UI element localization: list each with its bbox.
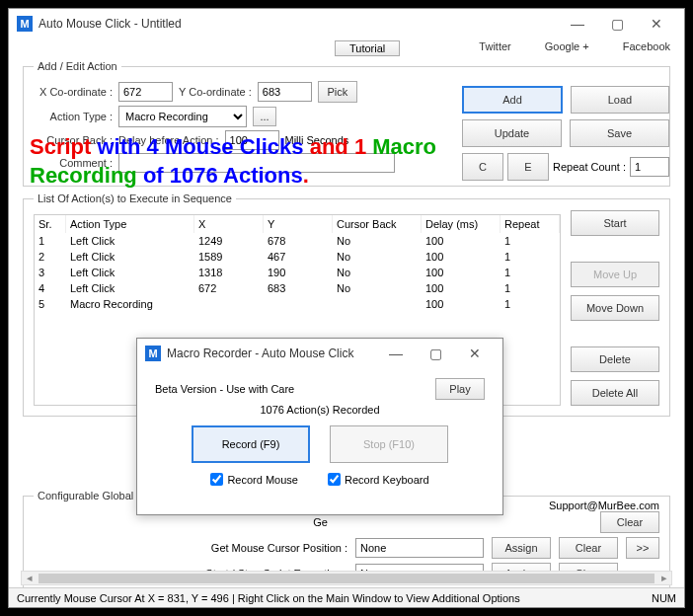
assign-button-2[interactable]: Assign (492, 537, 551, 559)
delay-input[interactable] (225, 130, 279, 150)
record-mouse-checkbox[interactable]: Record Mouse (210, 473, 298, 486)
move-up-button[interactable]: Move Up (571, 262, 659, 287)
mouse-pos-hotkey-input[interactable] (355, 538, 484, 558)
tutorial-button[interactable]: Tutorial (335, 40, 400, 56)
recorded-count-label: 1076 Action(s) Recorded (155, 404, 485, 416)
support-link[interactable]: Support@MurBee.com (549, 500, 659, 511)
table-row[interactable]: 2Left Click1589467No1001 (35, 249, 560, 265)
x-coord-input[interactable] (118, 82, 173, 102)
status-bar: Currently Mouse Cursor At X = 831, Y = 4… (9, 587, 684, 607)
close-button[interactable]: ✕ (637, 10, 676, 38)
comment-input[interactable] (118, 153, 395, 173)
table-row[interactable]: 3Left Click1318190No1001 (35, 265, 560, 280)
pick-button[interactable]: Pick (318, 81, 357, 103)
move-down-button[interactable]: Move Down (571, 295, 659, 321)
y-coord-label: Y Co-ordinate : (179, 86, 252, 98)
window-title: Auto Mouse Click - Untitled (38, 17, 558, 31)
table-row[interactable]: 5Macro Recording1001 (35, 296, 560, 312)
c-button[interactable]: C (462, 153, 503, 181)
horizontal-scrollbar[interactable]: ◂ ▸ (21, 571, 672, 585)
action-type-more-button[interactable]: ... (253, 107, 276, 126)
twitter-link[interactable]: Twitter (479, 40, 510, 52)
x-coord-label: X Co-ordinate : (34, 86, 113, 98)
clear-button-1[interactable]: Clear (600, 511, 659, 533)
window-buttons: — ▢ ✕ (558, 10, 676, 38)
add-edit-group: Add / Edit Action Add Load Update Save C… (23, 60, 670, 187)
table-row[interactable]: 1Left Click1249678No1001 (35, 233, 560, 249)
action-type-label: Action Type : (34, 111, 113, 122)
status-text: Currently Mouse Cursor At X = 831, Y = 4… (17, 592, 520, 604)
minimize-button[interactable]: — (558, 10, 597, 38)
action-type-select[interactable]: Macro Recording (118, 106, 247, 127)
recorder-logo-icon: M (145, 346, 161, 361)
record-keyboard-checkbox[interactable]: Record Keyboard (328, 473, 429, 486)
num-lock-indicator: NUM (652, 592, 676, 604)
top-links: Twitter Google + Facebook (479, 40, 670, 52)
y-coord-input[interactable] (258, 82, 312, 102)
recorder-maximize-button[interactable]: ▢ (416, 340, 455, 367)
recorder-window: M Macro Recorder - Auto Mouse Click — ▢ … (136, 338, 503, 515)
e-button[interactable]: E (507, 153, 549, 181)
stop-button[interactable]: Stop (F10) (330, 425, 448, 463)
delete-all-button[interactable]: Delete All (571, 380, 659, 406)
main-titlebar: M Auto Mouse Click - Untitled — ▢ ✕ (9, 9, 684, 38)
recorder-titlebar: M Macro Recorder - Auto Mouse Click — ▢ … (137, 339, 502, 368)
list-side-buttons: Start Move Up Move Down Delete Delete Al… (571, 210, 659, 406)
scroll-left-icon[interactable]: ◂ (22, 572, 37, 584)
add-edit-legend: Add / Edit Action (34, 60, 121, 72)
cursor-back-label: Cursor Back : (34, 134, 113, 146)
start-button[interactable]: Start (571, 210, 659, 236)
scroll-right-icon[interactable]: ▸ (656, 572, 671, 584)
facebook-link[interactable]: Facebook (623, 40, 670, 52)
list-legend: List Of Action(s) to Execute in Sequence (34, 192, 236, 204)
delay-unit-label: Milli Seconds (285, 134, 349, 146)
save-button[interactable]: Save (570, 119, 669, 147)
main-window: M Auto Mouse Click - Untitled — ▢ ✕ Tuto… (8, 8, 685, 608)
repeat-label: Repeat Count : (553, 161, 626, 173)
delay-label: Delay before Action : (118, 134, 219, 146)
repeat-count-input[interactable] (630, 157, 669, 177)
maximize-button[interactable]: ▢ (597, 10, 637, 38)
recorder-close-button[interactable]: ✕ (455, 340, 495, 367)
app-logo-icon: M (17, 16, 33, 32)
googleplus-link[interactable]: Google + (545, 40, 589, 52)
comment-label: Comment : (34, 157, 113, 169)
recorder-minimize-button[interactable]: — (376, 340, 416, 367)
table-row[interactable]: 4Left Click672683No1001 (35, 280, 560, 296)
more-button[interactable]: >> (626, 537, 659, 559)
add-button[interactable]: Add (462, 86, 563, 114)
table-header: Sr. Action Type X Y Cursor Back Delay (m… (35, 215, 560, 233)
delete-button[interactable]: Delete (571, 346, 659, 372)
update-button[interactable]: Update (462, 119, 562, 147)
load-button[interactable]: Load (571, 86, 669, 114)
play-button[interactable]: Play (435, 378, 485, 400)
recorder-title: Macro Recorder - Auto Mouse Click (167, 346, 376, 360)
action-side-buttons: Add Load Update Save C E Repeat Count : (462, 86, 669, 181)
beta-label: Beta Version - Use with Care (155, 383, 294, 395)
clear-button-2[interactable]: Clear (559, 537, 618, 559)
record-button[interactable]: Record (F9) (192, 425, 310, 463)
scroll-thumb[interactable] (38, 574, 654, 583)
